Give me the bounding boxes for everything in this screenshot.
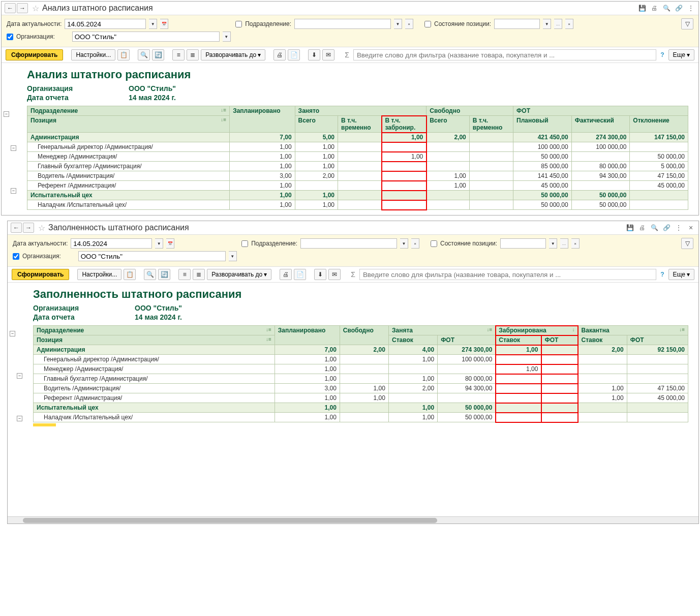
more-button[interactable]: Еще ▾ [668, 49, 694, 60]
group-row[interactable]: Испытательный цех1,001,0050 000,0050 000… [27, 191, 688, 200]
calendar-icon[interactable]: 📅 [166, 238, 174, 249]
zoom-in-icon[interactable]: 🔍 [138, 49, 150, 60]
dept-clear-icon[interactable]: × [405, 19, 413, 29]
col-busy-total[interactable]: Всего [295, 116, 338, 133]
close-icon[interactable]: × [686, 223, 695, 232]
print-tb-icon[interactable]: 🖨 [280, 269, 292, 280]
nav-forward-button[interactable]: → [23, 223, 34, 233]
copy-settings-icon[interactable]: 📋 [124, 269, 136, 280]
table-row[interactable]: Главный бухгалтер /Администрация/1,001,0… [27, 162, 688, 171]
dept-checkbox[interactable] [235, 21, 242, 27]
table-row[interactable]: Менеджер /Администрация/1,001,00 [34, 364, 688, 374]
preview-icon[interactable]: 🔍 [662, 4, 671, 13]
save-file-icon[interactable]: ⬇ [308, 49, 320, 60]
group-row[interactable]: Администрация7,002,004,00274 300,001,002… [34, 345, 688, 355]
save-file-icon[interactable]: ⬇ [314, 269, 326, 280]
org-checkbox[interactable] [7, 34, 13, 40]
col-fot-fact[interactable]: Фактический [571, 116, 630, 133]
table-row[interactable]: Наладчик /Испытательный цех/1,001,0050 0… [34, 413, 688, 422]
col-free[interactable]: Свободно [427, 106, 513, 116]
col-res-stakes[interactable]: Ставок [496, 335, 541, 345]
copy-settings-icon[interactable]: 📋 [117, 49, 130, 60]
status-more-icon[interactable]: … [560, 238, 568, 249]
col-occ-fot[interactable]: ФОТ [438, 335, 496, 345]
table-row[interactable]: Референт /Администрация/1,001,0045 000,0… [27, 181, 688, 191]
date-dropdown-icon[interactable]: ▼ [155, 238, 163, 249]
print-preview-icon[interactable]: 📄 [288, 49, 300, 60]
link-icon[interactable]: 🔗 [674, 4, 683, 13]
status-dropdown-icon[interactable]: ▼ [549, 238, 557, 249]
table-row[interactable]: Генеральный директор /Администрация/1,00… [34, 355, 688, 364]
col-res-fot[interactable]: ФОТ [541, 335, 578, 345]
sigma-icon[interactable]: Σ [349, 270, 357, 279]
table-row[interactable]: Главный бухгалтер /Администрация/1,001,0… [34, 374, 688, 384]
status-input[interactable] [500, 238, 546, 249]
status-checkbox[interactable] [424, 21, 431, 27]
org-checkbox[interactable] [13, 253, 19, 260]
email-icon[interactable]: ✉ [322, 49, 334, 60]
org-dropdown-icon[interactable]: ▼ [223, 32, 231, 42]
col-fot-plan[interactable]: Плановый [513, 116, 572, 133]
col-occupied[interactable]: Занята ↓≡ [388, 326, 495, 335]
dept-checkbox[interactable] [241, 240, 248, 247]
settings-button[interactable]: Настройки... [71, 49, 115, 60]
status-more-icon[interactable]: … [554, 19, 562, 29]
outline-collapse-icon[interactable]: − [11, 145, 16, 151]
col-busy-reserved[interactable]: В т.ч. забронир. [382, 116, 427, 133]
table-row[interactable]: Референт /Администрация/1,001,001,0045 0… [34, 393, 688, 403]
outline-collapse-icon[interactable]: − [17, 373, 22, 379]
table-row[interactable]: Менеджер /Администрация/1,001,001,0050 0… [27, 152, 688, 162]
date-dropdown-icon[interactable]: ▼ [149, 19, 157, 29]
col-position[interactable]: Позиция ↓≡ [27, 116, 230, 133]
col-department[interactable]: Подразделение ↓≡ [27, 106, 230, 116]
sigma-icon[interactable]: Σ [343, 51, 351, 59]
status-clear-icon[interactable]: × [565, 19, 573, 29]
expand-to-button[interactable]: Разворачивать до ▾ [207, 269, 271, 280]
zoom-in-icon[interactable]: 🔍 [144, 269, 156, 280]
search-input[interactable] [359, 269, 656, 280]
col-fot-dev[interactable]: Отклонение [630, 116, 688, 133]
print-icon[interactable]: 🖨 [650, 4, 659, 13]
print-preview-icon[interactable]: 📄 [294, 269, 306, 280]
generate-button[interactable]: Сформировать [6, 49, 63, 60]
link-icon[interactable]: 🔗 [662, 223, 671, 232]
outline-collapse-icon[interactable]: − [17, 416, 22, 421]
expand-icon[interactable]: ≣ [187, 49, 199, 60]
expand-to-button[interactable]: Разворачивать до ▾ [201, 49, 265, 60]
outline-collapse-icon[interactable]: − [10, 331, 15, 336]
dept-input[interactable] [300, 238, 397, 249]
print-icon[interactable]: 🖨 [637, 223, 647, 232]
settings-button[interactable]: Настройки... [77, 269, 121, 280]
status-input[interactable] [494, 19, 540, 29]
save-icon[interactable]: 💾 [637, 4, 647, 13]
col-planned[interactable]: Запланировано [230, 106, 295, 133]
status-dropdown-icon[interactable]: ▼ [543, 19, 551, 29]
save-icon[interactable]: 💾 [625, 223, 634, 232]
table-row[interactable]: Водитель /Администрация/3,002,001,00141 … [27, 171, 688, 181]
col-busy-temp[interactable]: В т.ч. временно [338, 116, 382, 133]
nav-back-button[interactable]: ← [11, 223, 22, 233]
zoom-reset-icon[interactable]: 🔄 [152, 49, 164, 60]
horizontal-scrollbar[interactable] [8, 516, 698, 523]
org-input[interactable] [78, 251, 226, 261]
favorite-icon[interactable]: ☆ [38, 223, 45, 233]
filter-icon[interactable]: ▽ [681, 18, 693, 29]
dept-dropdown-icon[interactable]: ▼ [394, 19, 402, 29]
dept-dropdown-icon[interactable]: ▼ [400, 238, 408, 249]
menu-icon[interactable]: ⋮ [674, 223, 683, 232]
table-row[interactable]: Водитель /Администрация/3,001,002,0094 3… [34, 384, 688, 393]
col-department[interactable]: Подразделение ↓≡ [34, 326, 275, 335]
col-reserved[interactable]: Забронирована ↓ [496, 326, 578, 335]
status-clear-icon[interactable]: × [571, 238, 580, 249]
zoom-reset-icon[interactable]: 🔄 [158, 269, 170, 280]
col-vac-fot[interactable]: ФОТ [627, 335, 688, 345]
nav-forward-button[interactable]: → [17, 3, 28, 13]
col-planned[interactable]: Запланировано [275, 326, 340, 345]
org-input[interactable] [72, 32, 220, 42]
outline-collapse-icon[interactable]: − [4, 111, 9, 117]
nav-back-button[interactable]: ← [5, 3, 16, 13]
table-row[interactable]: Генеральный директор /Администрация/1,00… [27, 142, 688, 152]
help-icon[interactable]: ? [658, 271, 666, 278]
col-free-temp[interactable]: В т.ч. временно [469, 116, 513, 133]
dept-input[interactable] [294, 19, 391, 29]
